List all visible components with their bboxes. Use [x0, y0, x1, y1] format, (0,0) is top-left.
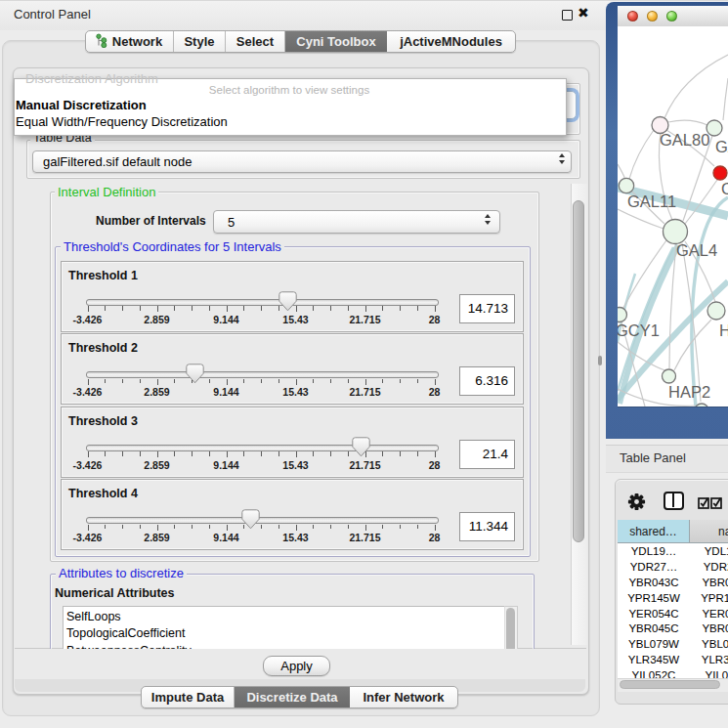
table-cell[interactable]: YDL19…	[690, 543, 728, 559]
slider-tick-label: 9.144	[213, 459, 238, 471]
table-cell[interactable]: YBR043C	[690, 575, 728, 590]
minimize-window-button[interactable]	[647, 11, 658, 21]
table-cell[interactable]: YDL19…	[618, 543, 690, 559]
zoom-window-button[interactable]	[666, 11, 677, 21]
slider-tick	[140, 306, 141, 311]
slider-track[interactable]	[86, 299, 439, 306]
table-cell[interactable]: YBR045C	[618, 621, 690, 637]
table-cell[interactable]: YDR27…	[690, 559, 728, 575]
popup-item-equal-width-frequency-discretization[interactable]: Equal Width/Frequency Discretization	[16, 114, 228, 129]
network-node-gcy1[interactable]	[618, 308, 627, 322]
slider-tick	[105, 451, 106, 456]
network-node-gal4[interactable]	[664, 220, 688, 244]
slider-tick	[278, 525, 279, 530]
table-cell[interactable]: YBL079W	[690, 636, 728, 652]
number-of-intervals-combobox[interactable]: 5	[213, 210, 500, 234]
table-cell[interactable]: YBR043C	[618, 575, 690, 590]
network-node-gal-top-right[interactable]	[707, 120, 722, 136]
tab-infer-network[interactable]: Infer Network	[350, 687, 457, 707]
network-node-hap2[interactable]	[663, 369, 676, 383]
slider-tick	[227, 379, 228, 385]
slider-tick	[88, 306, 89, 312]
network-graph[interactable]: GAL80GACGAL11GAL4GCY1HHAP2	[618, 26, 728, 407]
network-node-gal11[interactable]	[619, 178, 633, 193]
table-cell[interactable]: YLR345W	[618, 652, 690, 667]
float-window-icon[interactable]	[562, 10, 573, 21]
network-edge[interactable]	[618, 164, 625, 180]
slider-tick	[278, 451, 279, 456]
table-cell[interactable]: YPR145W	[690, 590, 728, 606]
panel-splitter-handle[interactable]	[598, 356, 602, 365]
slider-tick	[330, 379, 331, 384]
slider-track[interactable]	[86, 517, 439, 524]
list-item-selfloops[interactable]: SelfLoops	[66, 610, 121, 623]
slider-tick	[296, 451, 297, 457]
table-cell[interactable]: YLR345W	[690, 652, 728, 667]
tab-discretize-data[interactable]: Discretize Data	[235, 687, 350, 707]
interval-definition-title: Interval Definition	[55, 186, 158, 198]
slider-tick	[174, 379, 175, 384]
network-icon-shape	[95, 33, 107, 48]
network-edge[interactable]	[618, 209, 664, 229]
popup-item-manual-discretization[interactable]: Manual Discretization	[16, 98, 147, 112]
select-columns-icon[interactable]	[698, 496, 709, 508]
network-node-h-node[interactable]	[707, 302, 725, 320]
slider-tick	[243, 451, 244, 456]
table-hscrollbar-thumb[interactable]	[620, 680, 720, 689]
slider-tick	[105, 525, 106, 530]
table-cell[interactable]: YBL079W	[618, 636, 690, 652]
table-cell[interactable]: YER054C	[690, 606, 728, 621]
network-edge[interactable]	[723, 78, 728, 120]
slider-tick	[400, 451, 401, 456]
slider-tick-label: 21.715	[349, 532, 380, 543]
network-edge[interactable]	[664, 55, 728, 118]
table-data-combobox[interactable]: galFiltered.sif default node	[32, 150, 572, 173]
tab-network[interactable]: Network	[86, 31, 174, 52]
slider-tick-label: 15.43	[282, 532, 308, 543]
column-header-name[interactable]: name	[690, 520, 728, 543]
threshold-value-field[interactable]: 14.713	[459, 294, 515, 323]
tab-jactivemnodules[interactable]: jActiveMNodules	[387, 31, 515, 52]
slider-tick	[243, 379, 244, 384]
table-cell[interactable]: YPR145W	[618, 590, 690, 606]
network-edge[interactable]	[668, 120, 707, 125]
table-cell[interactable]: YBR045C	[690, 621, 728, 637]
network-node-red-node[interactable]	[713, 166, 727, 180]
close-window-button[interactable]	[627, 11, 638, 21]
tab-cyni-toolbox[interactable]: Cyni Toolbox	[285, 31, 387, 52]
slider-track[interactable]	[86, 371, 439, 378]
table-cell[interactable]: YDR27…	[618, 559, 690, 575]
slider-tick	[417, 525, 418, 530]
slider-tick	[348, 379, 349, 384]
slider-tick	[140, 379, 141, 384]
threshold-value-field[interactable]: 6.316	[459, 366, 515, 396]
slider-thumb[interactable]	[278, 291, 297, 312]
close-icon[interactable]: ✖	[578, 5, 589, 21]
slider-tick	[417, 306, 418, 311]
slider-tick	[261, 379, 262, 384]
tab-style[interactable]: Style	[174, 31, 226, 52]
spinner-up-icon	[559, 153, 565, 157]
threshold-value-field[interactable]: 21.4	[459, 440, 515, 469]
list-item-topologicalcoefficient[interactable]: TopologicalCoefficient	[66, 626, 185, 640]
select-columns-icon-2[interactable]	[710, 496, 722, 508]
table-cell[interactable]: YER054C	[618, 606, 690, 621]
tab-impute-data[interactable]: Impute Data	[142, 687, 235, 707]
cyni-mode-tabbar: Impute DataDiscretize DataInfer Network	[141, 686, 458, 708]
threshold-value-field[interactable]: 11.344	[459, 512, 515, 541]
apply-button[interactable]: Apply	[263, 656, 330, 676]
slider-tick	[157, 306, 158, 312]
slider-thumb[interactable]	[352, 437, 370, 457]
slider-thumb[interactable]	[241, 509, 260, 530]
network-edge[interactable]	[629, 130, 654, 179]
column-header-shared[interactable]: shared…	[618, 520, 690, 543]
split-columns-icon[interactable]	[664, 492, 684, 510]
slider-track[interactable]	[86, 445, 439, 451]
slider-thumb[interactable]	[186, 364, 204, 384]
tab-label: Cyni Toolbox	[296, 34, 375, 49]
slider-tick-label: 15.43	[282, 314, 308, 325]
tab-select[interactable]: Select	[226, 31, 285, 52]
gear-icon[interactable]	[627, 492, 646, 511]
network-canvas[interactable]: GAL80GACGAL11GAL4GCY1HHAP2	[618, 26, 728, 407]
network-node-label: GAL11	[627, 193, 676, 210]
